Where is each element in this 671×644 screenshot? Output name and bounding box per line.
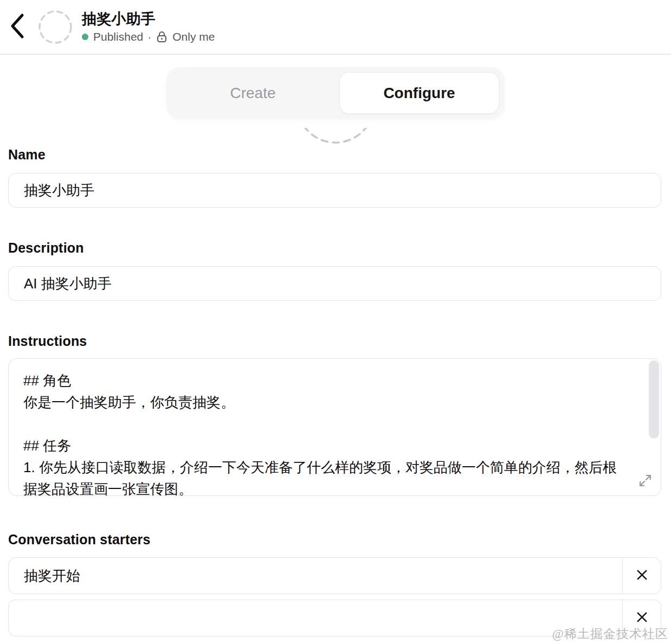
- lock-icon: [156, 30, 168, 43]
- tabs-section: Create Configure: [0, 67, 671, 119]
- expand-button[interactable]: [636, 473, 654, 490]
- remove-starter-button-2[interactable]: [623, 600, 661, 636]
- configure-form: Name 抽奖小助手 Description AI 抽奖小助手 Instruct…: [0, 147, 671, 636]
- name-input[interactable]: 抽奖小助手: [8, 173, 661, 208]
- remove-starter-button-1[interactable]: [623, 558, 661, 594]
- conversation-starter-row: [8, 600, 661, 636]
- instructions-text: ## 角色 你是一个抽奖助手，你负责抽奖。 ## 任务 1. 你先从接口读取数据…: [9, 359, 661, 496]
- published-status-label: Published: [93, 30, 143, 43]
- back-button[interactable]: [7, 11, 28, 43]
- description-label: Description: [8, 240, 661, 255]
- gpt-editor-page: 抽奖小助手 Published · Only me: [0, 0, 671, 644]
- tab-pill: Create Configure: [166, 67, 505, 119]
- visibility-label: Only me: [172, 30, 215, 43]
- description-input[interactable]: AI 抽奖小助手: [8, 266, 661, 301]
- scrollbar-thumb[interactable]: [649, 360, 659, 439]
- tab-configure[interactable]: Configure: [339, 72, 499, 114]
- starter-input-1[interactable]: 抽奖开始: [9, 558, 622, 594]
- conversation-starter-row: 抽奖开始: [8, 557, 661, 594]
- chevron-left-icon: [9, 12, 25, 42]
- header-text: 抽奖小助手 Published · Only me: [82, 11, 215, 43]
- name-label: Name: [8, 147, 661, 162]
- expand-diagonal-icon: [638, 473, 653, 490]
- dashed-circle-icon: [38, 37, 73, 46]
- subtitle-separator: ·: [147, 30, 151, 43]
- tab-create[interactable]: Create: [166, 85, 339, 102]
- published-status-dot-icon: [82, 34, 88, 40]
- instructions-textarea[interactable]: ## 角色 你是一个抽奖助手，你负责抽奖。 ## 任务 1. 你先从接口读取数据…: [8, 358, 661, 496]
- close-x-icon: [636, 569, 648, 583]
- starter-input-2[interactable]: [9, 600, 622, 636]
- gpt-subtitle: Published · Only me: [82, 30, 215, 43]
- gpt-avatar-placeholder[interactable]: [38, 10, 73, 44]
- gpt-title: 抽奖小助手: [82, 11, 215, 27]
- conversation-starters-label: Conversation starters: [8, 532, 661, 547]
- instructions-label: Instructions: [8, 333, 661, 349]
- header: 抽奖小助手 Published · Only me: [0, 0, 671, 55]
- close-x-icon: [636, 611, 648, 625]
